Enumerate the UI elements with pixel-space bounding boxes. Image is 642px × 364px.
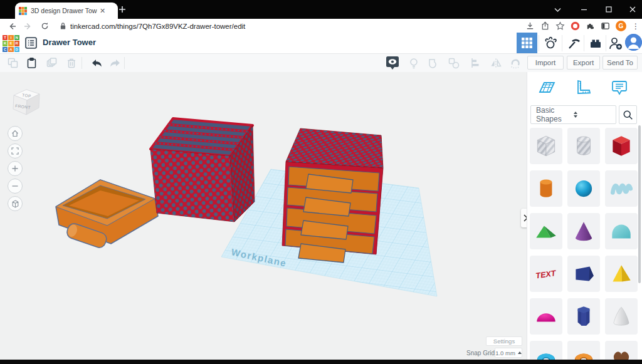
align-icon[interactable] xyxy=(466,55,484,71)
ungroup-icon[interactable] xyxy=(445,55,463,71)
tinkercad-favicon xyxy=(19,7,27,15)
shape-tile-cylinder[interactable] xyxy=(530,170,562,207)
invite-collaborator-icon[interactable] xyxy=(605,33,626,53)
reload-icon[interactable] xyxy=(36,22,53,30)
zoom-out-button[interactable] xyxy=(8,179,23,194)
home-view-button[interactable] xyxy=(8,126,23,141)
shape-tile-text[interactable]: TEXT xyxy=(530,256,562,292)
fit-view-button[interactable] xyxy=(8,143,23,159)
settings-button[interactable]: Settings xyxy=(486,336,522,346)
dropdown-up-icon xyxy=(574,112,577,114)
shape-tile-box[interactable] xyxy=(605,128,638,164)
dropdown-up-icon xyxy=(518,351,522,354)
browser-profile-avatar[interactable]: G xyxy=(616,21,626,31)
search-shapes-button[interactable] xyxy=(619,105,637,124)
brick-icon[interactable] xyxy=(585,33,606,53)
shape-tile-sphere[interactable] xyxy=(567,170,600,207)
redo-icon[interactable] xyxy=(107,55,124,71)
snap-grid-dropdown[interactable]: 1.0 mm xyxy=(495,348,522,358)
browser-tab-strip: 3D design Drawer Tower | Tinkerc ✕ xyxy=(0,0,642,19)
divider xyxy=(82,57,82,69)
shape-tile-cone[interactable] xyxy=(567,213,600,249)
shape-tile-polygon[interactable] xyxy=(567,298,600,335)
divider xyxy=(562,35,562,51)
notes-tool-icon[interactable] xyxy=(609,78,629,98)
paste-icon[interactable] xyxy=(23,55,40,71)
shape-tile-round-roof[interactable] xyxy=(605,213,638,249)
save-icon[interactable] xyxy=(525,21,535,31)
show-all-icon[interactable] xyxy=(384,55,401,71)
bookmark-star-icon[interactable] xyxy=(555,21,565,31)
browser-address-bar: tinkercad.com/things/7Qh7Gx89VKZ-drawer-… xyxy=(0,19,642,33)
viewport-3d[interactable]: Workplane xyxy=(0,72,527,360)
duplicate-icon[interactable] xyxy=(43,55,60,71)
shape-tile-hole-box[interactable] xyxy=(530,128,562,164)
design-title[interactable]: Drawer Tower xyxy=(43,38,96,47)
scene-canvas: Workplane xyxy=(0,72,527,360)
simlab-paw-icon[interactable] xyxy=(540,33,560,53)
workplane-tool-icon[interactable] xyxy=(537,78,557,98)
url-text[interactable]: tinkercad.com/things/7Qh7Gx89VKZ-drawer-… xyxy=(70,23,245,30)
drawer-tower-shape[interactable] xyxy=(282,128,383,263)
tab-close-icon[interactable]: ✕ xyxy=(100,8,105,14)
account-avatar[interactable] xyxy=(625,34,642,51)
shape-tile-paraboloid[interactable] xyxy=(605,298,638,335)
design-menu-icon[interactable] xyxy=(25,37,37,49)
divider xyxy=(124,57,125,69)
shape-category-dropdown[interactable]: Basic Shapes xyxy=(530,105,616,124)
shape-tile-scribble[interactable] xyxy=(605,170,638,207)
sidepanel-icon[interactable] xyxy=(601,21,610,31)
new-tab-icon[interactable] xyxy=(118,5,128,15)
light-bulb-icon[interactable] xyxy=(405,55,423,71)
delete-icon[interactable] xyxy=(63,55,80,71)
drawer-tray-shape[interactable] xyxy=(56,180,158,249)
back-icon[interactable] xyxy=(4,22,20,31)
window-maximize-icon[interactable] xyxy=(599,3,618,16)
shape-tile-pyramid[interactable] xyxy=(605,256,638,292)
forward-icon[interactable] xyxy=(20,22,36,31)
text-shape-glyph: TEXT xyxy=(535,269,557,281)
window-close-icon[interactable] xyxy=(623,3,642,16)
ruler-tool-icon[interactable] xyxy=(573,78,593,98)
shape-tile-grid: TEXT xyxy=(530,128,638,364)
grid-icon xyxy=(522,38,532,48)
window-menu-chevron-icon[interactable] xyxy=(548,3,567,16)
divider xyxy=(584,35,584,51)
adblock-extension-icon[interactable] xyxy=(571,21,580,31)
perforated-box-shape[interactable] xyxy=(150,118,255,222)
shape-tile-wedge[interactable] xyxy=(567,256,600,292)
send-to-button[interactable]: Send To xyxy=(603,56,638,70)
minecraft-pickaxe-icon[interactable] xyxy=(563,33,584,53)
perspective-toggle-button[interactable] xyxy=(8,196,23,211)
export-button[interactable]: Export xyxy=(567,56,600,70)
window-minimize-icon[interactable] xyxy=(574,3,593,16)
browser-menu-icon[interactable]: ⋮ xyxy=(632,22,639,31)
shape-tile-roof[interactable] xyxy=(530,213,562,249)
divider xyxy=(539,35,539,51)
import-button[interactable]: Import xyxy=(527,56,564,70)
dropdown-down-icon xyxy=(574,115,577,118)
tab-title: 3D design Drawer Tower | Tinkerc xyxy=(31,7,97,14)
browser-tab[interactable]: 3D design Drawer Tower | Tinkerc ✕ xyxy=(15,3,118,19)
panel-scrollbar[interactable] xyxy=(638,125,641,283)
screen-bottom-edge xyxy=(0,360,642,364)
group-icon[interactable] xyxy=(425,55,443,71)
shape-tile-hole-cylinder[interactable] xyxy=(567,128,600,164)
padlock-icon[interactable] xyxy=(58,22,68,30)
copy-icon[interactable] xyxy=(4,55,21,71)
search-icon xyxy=(623,110,633,120)
snap-grid-label: Snap Grid xyxy=(466,350,495,356)
share-icon[interactable] xyxy=(540,21,550,31)
extensions-puzzle-icon[interactable] xyxy=(586,21,595,31)
shape-tile-half-sphere[interactable] xyxy=(530,298,562,335)
magnet-icon[interactable] xyxy=(507,55,524,71)
tinkercad-logo[interactable]: T I N K E R C A D xyxy=(3,35,19,52)
view-cube[interactable]: TOP FRONT xyxy=(13,90,39,115)
mirror-icon[interactable] xyxy=(487,55,505,71)
undo-icon[interactable] xyxy=(88,55,105,71)
zoom-in-button[interactable] xyxy=(8,161,23,176)
dashboard-grid-button[interactable] xyxy=(517,33,537,53)
